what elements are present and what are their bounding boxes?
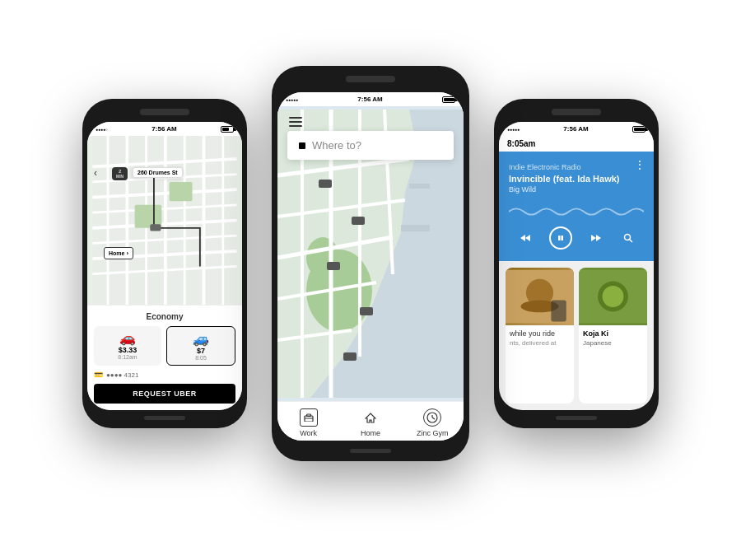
svg-rect-39 <box>360 307 373 315</box>
scene: ●●●●○ 7:56 AM <box>0 0 741 560</box>
ride-options: 🚗 $3.33 8:12am 🚙 $7 8:05 <box>94 326 235 366</box>
center-battery <box>442 96 455 103</box>
left-status-bar: ●●●●○ 7:56 AM <box>87 122 242 136</box>
svg-rect-37 <box>352 217 365 225</box>
more-options-button[interactable]: ⋮ <box>634 158 645 171</box>
fast-forward-button[interactable] <box>588 230 604 246</box>
right-time-row: 8:05am <box>507 139 645 148</box>
svg-rect-17 <box>170 182 193 201</box>
restaurant-type: Japanese <box>583 339 643 347</box>
food-card-img-2 <box>579 268 647 325</box>
restaurant-name: Koja Ki <box>583 329 643 338</box>
left-time: 7:56 AM <box>151 125 176 133</box>
phone-center-screen: ●●●●● 7:56 AM <box>277 92 464 441</box>
food-ride-sub: nts, delivered at <box>510 339 570 347</box>
music-title: Invincible (feat. Ida Hawk) <box>509 174 644 184</box>
phone-left: ●●●●○ 7:56 AM <box>82 99 247 428</box>
svg-rect-51 <box>561 236 563 240</box>
music-artist: Big Wild <box>509 185 644 194</box>
timer-badge: 2 MIN <box>112 167 128 180</box>
ride-price-uber: $7 <box>171 347 231 355</box>
location-dot <box>299 142 305 149</box>
svg-point-62 <box>603 286 624 307</box>
back-arrow[interactable]: ‹ <box>94 167 97 179</box>
ride-price-standard: $3.33 <box>98 346 157 354</box>
phone-right-screen: ●●●●● 7:56 AM 8:05am ⋮ Indie Electronic … <box>499 122 654 410</box>
where-to-bar[interactable]: Where to? <box>287 131 454 160</box>
where-to-text: Where to? <box>312 139 361 152</box>
payment-row: 💳 ●●●● 4321 <box>94 371 235 379</box>
request-uber-button[interactable]: REQUEST UBER <box>94 384 235 404</box>
center-time: 7:56 AM <box>357 96 382 103</box>
address-badge: 260 Drumes St <box>133 167 183 178</box>
food-image-svg <box>506 268 574 325</box>
nav-item-home[interactable]: Home <box>339 408 401 437</box>
ride-time-standard: 8:12am <box>98 354 157 360</box>
nav-item-zinc-gym[interactable]: Zinc Gym <box>402 408 464 437</box>
nav-item-work[interactable]: Work <box>277 408 339 437</box>
svg-marker-49 <box>525 235 530 241</box>
restaurant-image-svg <box>579 268 647 325</box>
svg-rect-40 <box>343 352 357 361</box>
svg-line-47 <box>432 418 435 419</box>
briefcase-icon <box>300 408 318 427</box>
svg-rect-19 <box>150 224 161 231</box>
svg-marker-52 <box>591 235 596 241</box>
center-bottom-nav: Work Home <box>277 401 464 441</box>
food-card-body-1: while you ride nts, delivered at <box>506 325 574 404</box>
food-cards: while you ride nts, delivered at <box>499 261 654 410</box>
card-icon: 💳 <box>94 371 103 379</box>
svg-rect-42 <box>306 414 310 417</box>
ride-time-uber: 8:05 <box>171 355 231 361</box>
economy-label: Economy <box>94 312 235 321</box>
home-icon <box>361 408 380 427</box>
left-map-svg <box>87 136 242 305</box>
pause-button[interactable] <box>549 226 572 250</box>
svg-rect-59 <box>551 301 566 322</box>
food-card-restaurant[interactable]: Koja Ki Japanese <box>579 268 647 404</box>
svg-rect-34 <box>409 184 430 189</box>
car-icon-standard: 🚗 <box>98 330 157 346</box>
music-genre: Indie Electronic Radio <box>509 163 644 171</box>
center-signal: ●●●●● <box>286 97 298 102</box>
home-pin: Home <box>104 247 133 259</box>
left-bottom-panel: Economy 🚗 $3.33 8:12am 🚙 $7 8:05 <box>87 305 242 410</box>
food-card-body-2: Koja Ki Japanese <box>579 325 647 404</box>
search-music-button[interactable] <box>620 230 636 246</box>
center-map: Where to? <box>277 106 464 401</box>
signal-dots: ●●●●○ <box>96 127 108 132</box>
svg-rect-36 <box>319 180 332 188</box>
rewind-button[interactable] <box>517 230 534 246</box>
center-status-bar: ●●●●● 7:56 AM <box>277 92 464 106</box>
svg-marker-48 <box>520 235 525 241</box>
svg-rect-38 <box>327 262 340 270</box>
right-header: 8:05am <box>499 136 654 152</box>
phone-right: ●●●●● 7:56 AM 8:05am ⋮ Indie Electronic … <box>494 99 659 428</box>
svg-marker-53 <box>596 235 601 241</box>
right-status-bar: ●●●●● 7:56 AM <box>499 122 654 136</box>
hamburger-menu[interactable] <box>289 114 302 129</box>
phone-left-screen: ●●●●○ 7:56 AM <box>87 122 242 410</box>
svg-line-55 <box>629 240 632 243</box>
music-player: ⋮ Indie Electronic Radio Invincible (fea… <box>499 152 654 261</box>
svg-point-23 <box>306 237 339 278</box>
right-signal: ●●●●● <box>507 127 520 132</box>
right-battery <box>632 126 645 133</box>
waveform-svg <box>509 203 644 220</box>
nav-label-zinc-gym: Zinc Gym <box>417 429 449 437</box>
music-controls <box>509 226 644 250</box>
car-icon-uber: 🚙 <box>171 331 231 347</box>
music-wave <box>509 203 644 220</box>
svg-point-54 <box>624 235 630 240</box>
ride-option-standard[interactable]: 🚗 $3.33 8:12am <box>94 326 161 366</box>
ride-option-uber[interactable]: 🚙 $7 8:05 <box>166 326 235 366</box>
svg-rect-35 <box>401 225 430 231</box>
clock-icon <box>423 408 441 427</box>
battery-icon <box>221 126 234 133</box>
food-card-delivery[interactable]: while you ride nts, delivered at <box>506 268 574 404</box>
phone-center: ●●●●● 7:56 AM <box>272 66 469 461</box>
display-time: 8:05am <box>507 139 535 148</box>
food-ride-text: while you ride <box>510 329 570 338</box>
card-number: ●●●● 4321 <box>106 371 138 379</box>
left-map: ‹ 2 MIN 260 Drumes St Home <box>87 136 242 305</box>
